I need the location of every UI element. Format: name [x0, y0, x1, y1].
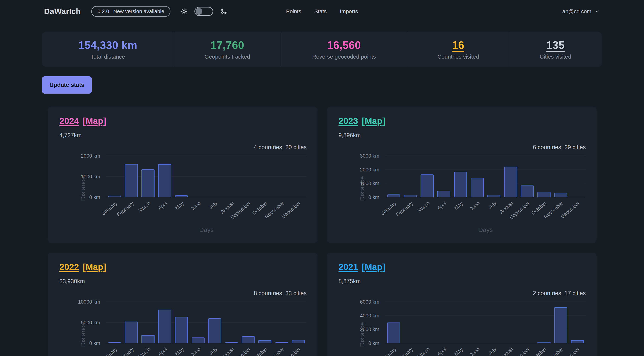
bar-slot — [469, 156, 486, 197]
bar-september[interactable] — [242, 336, 255, 343]
bar-slot — [106, 156, 123, 197]
year-link[interactable]: 2024 — [60, 116, 79, 126]
bar-august[interactable] — [504, 167, 517, 197]
theme-toggle[interactable] — [194, 7, 213, 16]
x-tick-label: April — [436, 346, 448, 356]
y-tick-label: 2000 km — [360, 167, 379, 173]
map-link[interactable]: [Map] — [362, 116, 385, 126]
x-tick-label: May — [174, 200, 185, 211]
bar-july[interactable] — [488, 195, 500, 197]
nav-stats[interactable]: Stats — [314, 8, 327, 14]
bar-july[interactable] — [208, 318, 222, 343]
y-tick-label: 1000 km — [360, 181, 379, 186]
map-link[interactable]: [Map] — [362, 262, 385, 272]
summary-stats-panel: 154,330 km Total distance 17,760 Geopoin… — [42, 32, 602, 67]
x-tick-label: June — [190, 200, 202, 212]
bar-slot — [502, 302, 519, 343]
bar-may[interactable] — [454, 172, 467, 197]
map-link[interactable]: [Map] — [83, 116, 106, 126]
bar-may[interactable] — [175, 317, 188, 343]
bar-april[interactable] — [158, 164, 171, 197]
year-link[interactable]: 2022 — [60, 262, 79, 272]
x-tick-label: May — [453, 346, 464, 356]
bar-april[interactable] — [437, 191, 450, 197]
bar-slot — [519, 156, 536, 197]
y-tick-label: 3000 km — [360, 153, 379, 159]
year-summary: 2 countries, 17 cities — [338, 290, 586, 297]
bar-december[interactable] — [571, 340, 584, 343]
bar-january[interactable] — [387, 194, 400, 197]
x-tick-label: August — [498, 200, 514, 215]
bar-march[interactable] — [420, 174, 434, 197]
bar-slot — [452, 156, 469, 197]
bar-february[interactable] — [404, 195, 417, 197]
version-badge[interactable]: 0.2.0 New version available — [91, 6, 170, 17]
year-link[interactable]: 2021 — [338, 262, 358, 272]
bar-june[interactable] — [471, 178, 484, 197]
year-link[interactable]: 2023 — [338, 116, 358, 126]
stat-total-distance: 154,330 km Total distance — [42, 32, 174, 67]
bar-march[interactable] — [142, 169, 154, 197]
year-card: 2023 [Map] 9,896km 6 countries, 29 citie… — [327, 107, 596, 243]
bar-slot — [290, 302, 307, 343]
bar-slot — [123, 302, 140, 343]
sun-icon — [180, 8, 188, 15]
bar-november[interactable] — [554, 193, 568, 197]
user-menu[interactable]: ab@cd.com — [358, 8, 600, 14]
stat-countries: 16 Countries visited — [408, 32, 509, 67]
bar-slot — [569, 302, 586, 343]
bar-slot — [436, 302, 452, 343]
x-axis-labels: JanuaryFebruaryMarchAprilMayJuneJulyAugu… — [106, 343, 307, 356]
bar-november[interactable] — [554, 307, 568, 343]
year-card: 2024 [Map] 4,727km 4 countries, 20 citie… — [48, 107, 318, 243]
stat-geopoints-label: Geopoints tracked — [204, 53, 250, 60]
map-link[interactable]: [Map] — [83, 262, 106, 272]
bar-slot — [452, 302, 469, 343]
bar-february[interactable] — [125, 164, 138, 197]
stat-cities-link[interactable]: 135 — [546, 39, 564, 51]
bars — [106, 156, 307, 197]
x-tick-label: March — [137, 346, 152, 356]
y-axis: 0 km2000 km4000 km6000 km — [338, 302, 385, 343]
nav-imports[interactable]: Imports — [340, 8, 358, 14]
y-tick-label: 5000 km — [81, 320, 100, 326]
stat-countries-link[interactable]: 16 — [452, 39, 464, 51]
stat-cities-label: Cities visited — [540, 53, 571, 60]
y-tick-label: 4000 km — [360, 313, 379, 319]
x-tick-label: June — [469, 346, 481, 356]
bar-slot — [190, 156, 206, 197]
bar-slot — [257, 302, 273, 343]
bar-slot — [106, 302, 123, 343]
nav-points[interactable]: Points — [286, 8, 301, 14]
bar-february[interactable] — [125, 322, 138, 343]
bar-june[interactable] — [192, 338, 205, 343]
bar-october[interactable] — [258, 340, 272, 343]
distance-bar-chart: Distance 0 km1000 km2000 km JanuaryFebru… — [60, 156, 307, 233]
x-tick-label: July — [487, 200, 498, 211]
year-card-header: 2021 [Map] — [338, 262, 586, 272]
bar-march[interactable] — [142, 335, 154, 343]
year-card-header: 2022 [Map] — [60, 262, 307, 272]
bar-october[interactable] — [538, 342, 550, 343]
bar-may[interactable] — [175, 195, 188, 197]
x-tick-label: August — [498, 346, 514, 356]
year-card-header: 2024 [Map] — [60, 116, 307, 126]
bar-slot — [552, 156, 569, 197]
bar-september[interactable] — [521, 185, 534, 197]
bar-slot — [223, 156, 240, 197]
bar-january[interactable] — [387, 323, 400, 343]
bar-slot — [419, 302, 435, 343]
update-stats-button[interactable]: Update stats — [42, 76, 92, 94]
bar-october[interactable] — [538, 192, 550, 197]
distance-bar-chart: Distance 0 km5000 km10000 km JanuaryFebr… — [60, 302, 307, 356]
bars — [106, 302, 307, 343]
x-tick-label: June — [469, 200, 481, 212]
bar-december[interactable] — [292, 340, 305, 343]
bar-slot — [173, 156, 190, 197]
y-tick-label: 0 km — [89, 194, 100, 200]
stat-total-distance-value: 154,330 km — [78, 39, 137, 51]
bars — [385, 302, 586, 343]
bar-slot — [502, 156, 519, 197]
bar-january[interactable] — [108, 196, 121, 197]
bar-april[interactable] — [158, 310, 171, 343]
